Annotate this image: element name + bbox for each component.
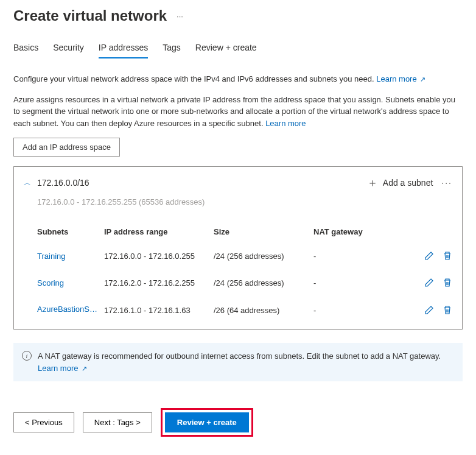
subnet-nat: - xyxy=(313,252,416,261)
previous-button[interactable]: < Previous xyxy=(13,412,74,432)
learn-more-link-2[interactable]: Learn more xyxy=(265,119,306,128)
tab-tags[interactable]: Tags xyxy=(163,38,181,58)
address-space-cidr: 172.16.0.0/16 xyxy=(37,178,367,188)
page-title: Create virtual network xyxy=(13,7,167,24)
edit-icon[interactable] xyxy=(424,251,434,261)
address-space-more-icon[interactable]: ··· xyxy=(441,178,452,188)
tab-ip-addresses[interactable]: IP addresses xyxy=(99,38,148,58)
subnets-table: Subnets IP address range Size NAT gatewa… xyxy=(14,219,462,329)
info-banner: i A NAT gateway is recommended for outbo… xyxy=(13,343,463,381)
add-ip-address-space-button[interactable]: Add an IP address space xyxy=(13,138,120,157)
external-link-icon: ↗ xyxy=(418,76,425,83)
info-text: A NAT gateway is recommended for outboun… xyxy=(38,351,441,361)
delete-icon[interactable] xyxy=(443,251,452,261)
delete-icon[interactable] xyxy=(443,305,452,315)
col-header-size: Size xyxy=(214,227,313,236)
subnet-range: 172.16.2.0 - 172.16.2.255 xyxy=(104,278,214,287)
tab-security[interactable]: Security xyxy=(53,38,84,58)
address-space-panel: ︿ 172.16.0.0/16 ＋ Add a subnet ··· 172.1… xyxy=(13,166,463,330)
review-create-button[interactable]: Review + create xyxy=(165,412,249,432)
tab-review-create[interactable]: Review + create xyxy=(195,38,257,58)
external-link-icon: ↗ xyxy=(79,365,86,372)
subnet-range: 172.16.0.0 - 172.16.0.255 xyxy=(104,252,214,261)
address-space-range: 172.16.0.0 - 172.16.255.255 (65536 addre… xyxy=(14,194,462,219)
edit-icon[interactable] xyxy=(424,278,434,287)
subnet-nat: - xyxy=(313,306,416,315)
footer-buttons: < Previous Next : Tags > Review + create xyxy=(13,408,463,437)
next-button[interactable]: Next : Tags > xyxy=(83,412,152,432)
plus-icon: ＋ xyxy=(367,175,378,190)
more-actions-icon[interactable]: ··· xyxy=(177,12,183,21)
table-row: AzureBastionSubnet 172.16.1.0 - 172.16.1… xyxy=(37,296,452,324)
col-header-range: IP address range xyxy=(104,227,214,236)
table-header: Subnets IP address range Size NAT gatewa… xyxy=(37,219,452,242)
col-header-nat: NAT gateway xyxy=(313,227,416,236)
subnet-size: /24 (256 addresses) xyxy=(214,252,313,261)
edit-icon[interactable] xyxy=(424,305,434,315)
table-row: Scoring 172.16.2.0 - 172.16.2.255 /24 (2… xyxy=(37,269,452,296)
info-learn-more-link[interactable]: Learn more ↗ xyxy=(38,364,87,373)
add-subnet-button[interactable]: ＋ Add a subnet xyxy=(367,175,433,190)
subnet-range: 172.16.1.0 - 172.16.1.63 xyxy=(104,306,214,315)
subnet-link[interactable]: AzureBastionSubnet xyxy=(37,305,98,314)
subnet-size: /24 (256 addresses) xyxy=(214,278,313,287)
col-header-subnets: Subnets xyxy=(37,227,104,236)
subnet-link[interactable]: Training xyxy=(37,252,65,261)
subnet-size: /26 (64 addresses) xyxy=(214,306,313,315)
description-2: Azure assigns resources in a virtual net… xyxy=(13,94,463,130)
table-row: Training 172.16.0.0 - 172.16.0.255 /24 (… xyxy=(37,242,452,269)
description-1: Configure your virtual network address s… xyxy=(13,73,463,85)
highlight-box: Review + create xyxy=(161,408,253,437)
tab-basics[interactable]: Basics xyxy=(13,38,38,58)
delete-icon[interactable] xyxy=(443,278,452,287)
chevron-up-icon[interactable]: ︿ xyxy=(24,178,31,188)
tabs: Basics Security IP addresses Tags Review… xyxy=(13,38,463,58)
learn-more-link-1[interactable]: Learn more ↗ xyxy=(376,74,425,83)
subnet-link[interactable]: Scoring xyxy=(37,278,64,287)
subnet-nat: - xyxy=(313,278,416,287)
info-icon: i xyxy=(22,351,32,361)
